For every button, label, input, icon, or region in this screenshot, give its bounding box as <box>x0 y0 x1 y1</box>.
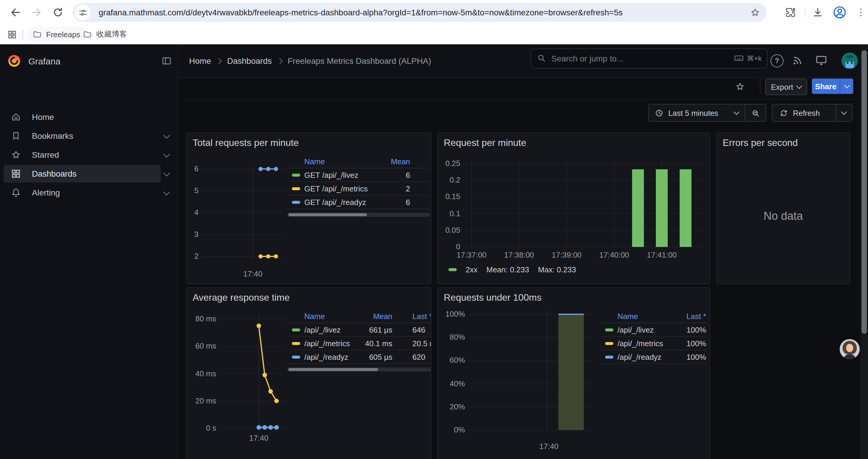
export-button[interactable]: Export <box>765 78 807 95</box>
share-button[interactable]: Share <box>812 78 840 94</box>
toolbar-divider <box>760 78 761 94</box>
refresh-interval-button[interactable] <box>836 112 852 114</box>
search-icon <box>536 53 547 63</box>
series-swatch[interactable] <box>292 173 300 176</box>
refresh-icon <box>779 108 788 117</box>
series-mean: Mean: 0.233 <box>486 265 529 274</box>
legend-row: /api/_/livez 100% <box>600 323 707 337</box>
legend-header-mean[interactable]: Mean <box>391 157 410 166</box>
refresh-label: Refresh <box>793 108 820 117</box>
brand-name: Grafana <box>28 56 60 66</box>
legend-row: /api/_/readyz 100% <box>600 350 707 364</box>
series-swatch[interactable] <box>292 355 300 358</box>
series-swatch[interactable] <box>292 342 300 345</box>
series-name[interactable]: 2xx <box>466 265 477 274</box>
sidebar-item-starred[interactable]: Starred <box>4 146 161 164</box>
legend-row: /api/_/metrics 100% <box>600 337 707 350</box>
chevron-down-icon[interactable] <box>163 170 170 177</box>
legend-header: Name Mean <box>287 155 430 168</box>
legend-header-last[interactable]: Last * <box>687 312 706 321</box>
series-swatch[interactable] <box>605 355 613 358</box>
extensions-icon[interactable] <box>785 6 797 18</box>
axis-tick-label: 17:41:00 <box>641 251 682 260</box>
legend-row: GET /api/_/metrics 2 <box>287 182 430 196</box>
sidebar-item-home[interactable]: Home <box>4 108 161 126</box>
help-icon[interactable]: ? <box>771 54 783 67</box>
legend-scrollbar[interactable] <box>287 213 430 217</box>
sidebar-item-bookmarks[interactable]: Bookmarks <box>4 127 161 145</box>
legend-header-last[interactable]: Last * <box>412 312 431 321</box>
legend-header: Name Last * <box>600 310 707 323</box>
axis-tick-label: 17:39:00 <box>546 251 587 260</box>
sidebar-item-alerting[interactable]: Alerting <box>4 184 161 201</box>
refresh-button[interactable]: Refresh <box>772 104 852 122</box>
chevron-down-icon[interactable] <box>163 132 170 139</box>
zoom-out-button[interactable] <box>745 108 766 117</box>
chevron-down-icon <box>797 83 802 89</box>
user-avatar[interactable] <box>841 53 858 69</box>
series-swatch[interactable] <box>605 328 613 331</box>
axis-tick-label: 5 <box>187 186 198 196</box>
breadcrumb-dashboards[interactable]: Dashboards <box>227 56 272 66</box>
tune-icon[interactable] <box>75 5 90 20</box>
panel-title[interactable]: Errors per second <box>723 138 798 148</box>
address-bar[interactable]: grafana.mathmast.com/d/deytv4rwavabkb/fr… <box>73 3 766 22</box>
apps-grid-icon[interactable] <box>7 30 17 40</box>
toolbar-divider <box>805 8 805 17</box>
axis-tick-label: 80 ms <box>188 314 216 324</box>
legend-table: Name Mean Last * /api/_/livez 661 µs 646… <box>287 310 431 371</box>
series-swatch[interactable] <box>605 342 613 345</box>
favorite-star-icon[interactable] <box>735 81 745 92</box>
breadcrumb-home[interactable]: Home <box>189 56 211 66</box>
sidebar-toggle-icon[interactable] <box>161 56 172 66</box>
assistant-avatar[interactable] <box>840 339 860 359</box>
screen-share-icon[interactable] <box>815 54 829 68</box>
chevron-down-icon[interactable] <box>163 151 170 158</box>
grafana-logo[interactable] <box>7 54 21 68</box>
legend-header-mean[interactable]: Mean <box>373 312 392 321</box>
legend-row: /api/_/metrics 40.1 ms 20.5 ms <box>287 337 431 350</box>
time-range-picker[interactable]: Last 5 minutes <box>648 104 766 122</box>
download-icon[interactable] <box>812 6 824 18</box>
series-swatch[interactable] <box>448 268 457 271</box>
legend-header-name[interactable]: Name <box>304 157 325 166</box>
legend-row: /api/_/readyz 605 µs 620 <box>287 350 431 364</box>
share-options-button[interactable] <box>840 78 853 94</box>
chart-request-per-minute: 0.250.20.150.10.05017:37:0017:38:0017:39… <box>438 133 710 284</box>
breadcrumb-current-page: Freeleaps Metrics Dashboard (ALPHA) <box>288 56 431 66</box>
search-box[interactable]: ⌘+k <box>531 48 768 68</box>
series-max: Max: 0.233 <box>538 265 576 274</box>
legend-table: Name Mean GET /api/_/livez 6 GET /api/_/… <box>287 155 430 217</box>
search-input[interactable] <box>550 49 700 68</box>
series-swatch[interactable] <box>292 187 300 190</box>
axis-tick-label: 17:40 <box>235 269 271 279</box>
sidebar-item-dashboards[interactable]: Dashboards <box>4 165 161 183</box>
series-swatch[interactable] <box>292 328 300 331</box>
breadcrumb-chevron-icon <box>277 58 283 64</box>
search-shortcut: ⌘+k <box>734 53 762 63</box>
profile-icon[interactable] <box>832 5 847 20</box>
page-scrollbar[interactable] <box>860 44 868 459</box>
bookmark-star-icon[interactable] <box>750 7 761 18</box>
back-icon[interactable] <box>9 6 21 18</box>
legend-header-name[interactable]: Name <box>617 312 638 321</box>
series-swatch[interactable] <box>292 201 300 203</box>
axis-tick-label: 60% <box>439 356 465 365</box>
axis-tick-label: 0 s <box>188 424 216 433</box>
scrollbar-thumb[interactable] <box>862 50 867 334</box>
kebab-menu-icon[interactable]: ⋮ <box>856 6 862 18</box>
axis-tick-label: 40% <box>439 379 465 388</box>
bookmark-folder-freeleaps[interactable]: Freeleaps <box>27 27 86 42</box>
legend-header-name[interactable]: Name <box>304 312 325 321</box>
breadcrumb-chevron-icon <box>216 58 222 64</box>
chevron-down-icon[interactable] <box>163 189 170 196</box>
forward-icon[interactable] <box>31 6 42 18</box>
url-text[interactable]: grafana.mathmast.com/d/deytv4rwavabkb/fr… <box>99 3 622 22</box>
legend-scrollbar[interactable] <box>287 367 431 371</box>
bell-icon <box>11 187 21 198</box>
news-rss-icon[interactable] <box>791 54 805 68</box>
axis-tick-label: 0.2 <box>438 175 460 185</box>
reload-icon[interactable] <box>52 6 64 18</box>
breadcrumb: Home Dashboards Freeleaps Metrics Dashbo… <box>189 44 431 77</box>
bookmark-folder-blogs[interactable]: 收藏博客 <box>78 27 132 42</box>
